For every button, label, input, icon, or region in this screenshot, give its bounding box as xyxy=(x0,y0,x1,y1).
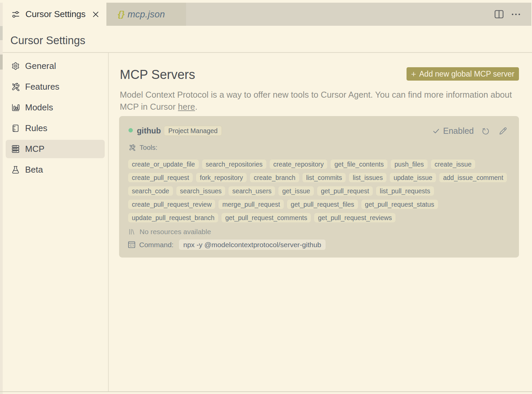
svg-text:C:\: C:\ xyxy=(130,243,134,247)
